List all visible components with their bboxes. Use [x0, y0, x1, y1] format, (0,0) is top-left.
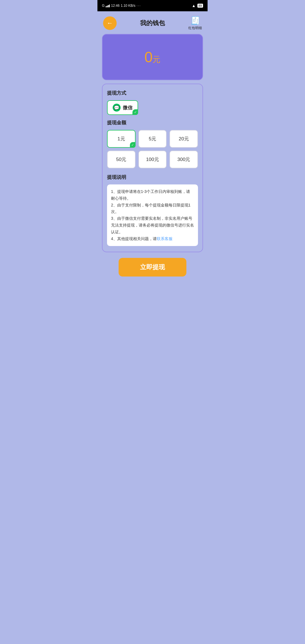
wifi-icon: ▲	[192, 3, 196, 8]
notice-2: 2、由于支付限制，每个提现金额每日限提现1次。	[111, 202, 194, 216]
contact-link[interactable]: 联系客服	[157, 236, 173, 241]
amount-1-label: 1元	[117, 136, 125, 142]
amount-20-label: 20元	[179, 136, 189, 142]
amount-1-check: ✓	[130, 142, 136, 148]
notice-title: 提现说明	[107, 174, 198, 180]
balance-value: 0	[145, 49, 153, 65]
wechat-icon: 💬	[114, 105, 119, 110]
receipt-label: 红包明细	[188, 26, 202, 31]
balance-card: 0元	[102, 34, 203, 80]
status-right: ▲ 89	[192, 3, 203, 8]
amount-300-label: 300元	[177, 157, 190, 162]
amount-1[interactable]: 1元 ✓	[107, 130, 136, 148]
battery-icon: 89	[197, 4, 203, 8]
wechat-logo: 💬	[113, 104, 121, 112]
signal-bars	[106, 4, 110, 7]
bar1	[106, 6, 106, 7]
balance-unit: 元	[152, 55, 160, 64]
amount-100[interactable]: 100元	[138, 151, 167, 168]
status-left: G 12:46 1.10 KB/s ···	[102, 4, 141, 8]
bar2	[107, 6, 108, 7]
wechat-method[interactable]: 💬 微信 ✓	[107, 100, 138, 115]
receipt-icon: 🧾	[190, 16, 200, 25]
amount-20[interactable]: 20元	[169, 130, 198, 148]
withdraw-button[interactable]: 立即提现	[119, 258, 186, 277]
signal-icon: G	[102, 4, 104, 8]
status-bar: G 12:46 1.10 KB/s ··· ▲ 89	[97, 0, 208, 11]
amount-100-label: 100元	[146, 157, 159, 162]
notice-box: 1、提现申请将在1-3个工作日内审核到账，请耐心等待。 2、由于支付限制，每个提…	[107, 184, 198, 246]
receipt-button[interactable]: 🧾 红包明细	[188, 16, 202, 31]
amount-50-label: 50元	[116, 157, 126, 162]
amount-50[interactable]: 50元	[107, 151, 136, 168]
method-title: 提现方式	[107, 90, 198, 96]
amount-300[interactable]: 300元	[169, 151, 198, 168]
notice-1: 1、提现申请将在1-3个工作日内审核到账，请耐心等待。	[111, 188, 194, 202]
amount-title: 提现金额	[107, 119, 198, 126]
notice-4: 4、其他提现相关问题，请联系客服	[111, 236, 194, 242]
amount-grid: 1元 ✓ 5元 20元 50元 100元 300元	[107, 130, 198, 168]
amount-5-label: 5元	[149, 136, 156, 142]
balance-display: 0元	[108, 49, 197, 66]
page-title: 我的钱包	[140, 19, 165, 27]
amount-5[interactable]: 5元	[138, 130, 167, 148]
bar4	[109, 5, 110, 7]
payment-name: 微信	[123, 105, 132, 111]
time-display: 12:46	[111, 4, 119, 8]
back-button[interactable]: ←	[103, 16, 117, 30]
selected-check: ✓	[132, 109, 138, 115]
more-dots: ···	[136, 4, 141, 8]
network-speed: 1.10 KB/s	[121, 4, 135, 8]
back-arrow-icon: ←	[107, 19, 113, 27]
app-header: ← 我的钱包 🧾 红包明细	[97, 11, 208, 34]
withdrawal-card: 提现方式 💬 微信 ✓ 提现金额 1元 ✓ 5元 20元 50元 100元 30…	[102, 84, 203, 252]
notice-3: 3、由于微信支付需要实名制，非实名用户账号无法支持提现，请务必将提现的微信号进行…	[111, 215, 194, 235]
bar3	[108, 5, 109, 7]
